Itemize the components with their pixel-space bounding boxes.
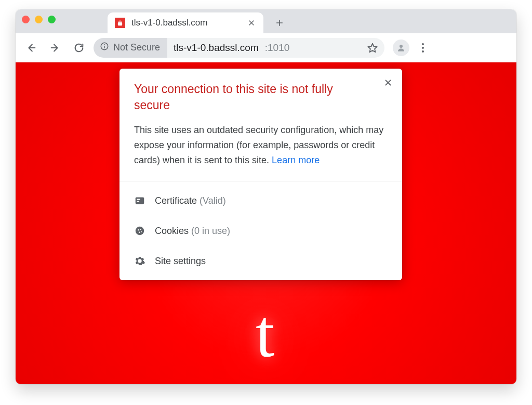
forward-button[interactable] (46, 38, 64, 57)
info-icon (100, 42, 109, 54)
bookmark-button[interactable] (366, 41, 379, 55)
popover-body: This site uses an outdated security conf… (134, 123, 388, 167)
svg-point-9 (138, 229, 139, 231)
svg-point-3 (104, 44, 105, 45)
reload-button[interactable] (70, 38, 88, 57)
lock-broken-icon (115, 18, 125, 28)
popover-body-text: This site uses an outdated security conf… (134, 125, 383, 165)
security-label: Not Secure (113, 42, 160, 53)
svg-point-4 (400, 45, 403, 48)
certificate-icon (134, 195, 145, 206)
svg-rect-5 (136, 198, 144, 204)
browser-window: tls-v1-0.badssl.com (16, 9, 516, 384)
cookies-status: (0 in use) (191, 226, 230, 236)
page-text-line-1: t (16, 298, 516, 369)
popover-close-button[interactable] (381, 76, 395, 89)
certificate-status: (Valid) (200, 195, 226, 206)
window-zoom-button[interactable] (48, 16, 56, 23)
svg-point-8 (136, 227, 144, 236)
popover-menu: Certificate (Valid) Cookies (0 in use) (119, 181, 402, 280)
site-security-popover: Your connection to this site is not full… (119, 69, 402, 280)
svg-point-10 (140, 229, 141, 230)
gear-icon (134, 255, 145, 267)
tab-strip: tls-v1-0.badssl.com (16, 9, 516, 33)
tab-close-button[interactable] (247, 18, 256, 28)
back-button[interactable] (22, 38, 41, 57)
address-bar[interactable]: Not Secure tls-v1-0.badssl.com :1010 (94, 38, 384, 58)
window-close-button[interactable] (22, 16, 30, 23)
window-minimize-button[interactable] (35, 16, 43, 23)
site-settings-item[interactable]: Site settings (119, 246, 402, 276)
url-port: :1010 (265, 42, 290, 54)
security-indicator[interactable]: Not Secure (94, 38, 167, 58)
cookies-label: Cookies (155, 226, 189, 236)
browser-tab[interactable]: tls-v1-0.badssl.com (108, 12, 263, 33)
svg-rect-6 (137, 199, 140, 200)
page-viewport: t b m Your connection to this site is no… (16, 62, 516, 384)
profile-avatar-button[interactable] (393, 40, 409, 56)
toolbar: Not Secure tls-v1-0.badssl.com :1010 (16, 33, 516, 62)
certificate-item[interactable]: Certificate (Valid) (119, 186, 402, 216)
tab-title: tls-v1-0.badssl.com (131, 18, 241, 28)
url-host: tls-v1-0.badssl.com (174, 42, 259, 54)
svg-rect-7 (137, 201, 140, 202)
window-controls (22, 9, 56, 33)
popover-title: Your connection to this site is not full… (134, 81, 363, 113)
svg-rect-0 (118, 23, 122, 25)
svg-point-11 (139, 232, 140, 233)
cookie-icon (134, 225, 145, 237)
site-settings-label: Site settings (155, 256, 206, 267)
learn-more-link[interactable]: Learn more (272, 155, 320, 165)
svg-point-12 (141, 231, 142, 232)
certificate-label: Certificate (155, 195, 197, 206)
cookies-item[interactable]: Cookies (0 in use) (119, 216, 402, 246)
new-tab-button[interactable] (271, 14, 288, 32)
menu-button[interactable] (415, 40, 431, 56)
